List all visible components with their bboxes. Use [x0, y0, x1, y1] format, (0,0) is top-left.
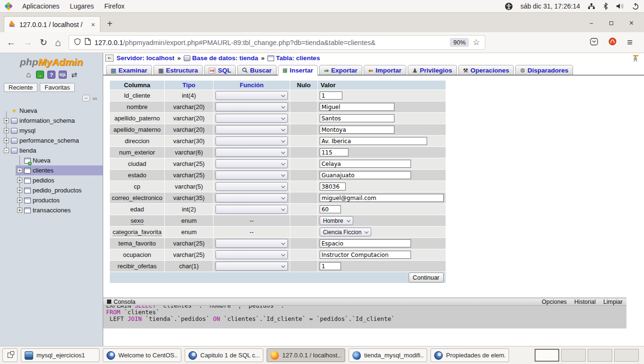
tree-item-nueva[interactable]: ✶Nueva [0, 106, 103, 116]
pma-back-icon[interactable]: ← [105, 55, 114, 62]
breadcrumb-item[interactable]: Base de datos: tienda [184, 55, 259, 62]
pma-logout-icon[interactable]: → [36, 71, 44, 79]
taskbar-window-button[interactable]: Propiedades de elem... [430, 348, 509, 362]
network-icon[interactable] [588, 2, 595, 10]
pma-sql-icon[interactable]: SQL [59, 71, 67, 79]
tab-estructura[interactable]: ▦Estructura [153, 65, 203, 75]
window-close-icon[interactable]: × [629, 19, 634, 27]
tree-item-productos[interactable]: +productos [0, 195, 103, 205]
tree-item-pedidos[interactable]: +pedidos [0, 175, 103, 185]
centos-logo-icon[interactable] [4, 2, 13, 10]
column-header-tipo[interactable]: Tipo [164, 81, 213, 90]
url-bar[interactable]: 127.0.0.1/phpmyadmin/export.php#PMAURL-8… [69, 35, 485, 50]
tab-examinar[interactable]: ▤Examinar [106, 65, 152, 75]
tab-sql[interactable]: sqlSQL [204, 65, 236, 75]
tab-insertar[interactable]: ⊞Insertar [278, 65, 318, 75]
console-sql-area[interactable]: EXPLAIN SELECT `clientes` . `nombre` , `… [103, 306, 626, 328]
value-input-apellido_paterno[interactable] [320, 114, 394, 122]
console-link-limpiar[interactable]: Limpiar [603, 299, 623, 305]
forward-icon[interactable]: → [23, 37, 32, 48]
value-input-num_exterior[interactable] [320, 148, 349, 156]
bluetooth-icon[interactable] [603, 2, 608, 10]
value-input-Id_cliente[interactable] [320, 91, 342, 100]
shield-icon[interactable] [74, 38, 81, 47]
back-icon[interactable]: ← [7, 37, 16, 48]
menu-icon[interactable]: ≡ [627, 37, 633, 48]
zoom-level-badge[interactable]: 90% [450, 38, 469, 47]
function-select[interactable] [215, 125, 288, 134]
expand-icon[interactable]: + [4, 138, 9, 143]
breadcrumb-item[interactable]: Tabla: clientes [268, 55, 320, 62]
function-select[interactable] [215, 114, 288, 123]
expand-icon[interactable]: + [17, 168, 22, 173]
top-menu-aplicaciones[interactable]: Aplicaciones [17, 2, 65, 10]
collapse-icon[interactable]: - [4, 148, 9, 153]
value-input-apellido_materno[interactable] [320, 126, 394, 134]
breadcrumb-item[interactable]: Servidor: localhost [116, 55, 174, 62]
tree-item-performance_schema[interactable]: +performance_schema [0, 136, 103, 146]
workspace-4[interactable] [614, 349, 639, 362]
workspace-2[interactable] [561, 349, 586, 362]
value-input-recibir_ofertas[interactable] [320, 262, 341, 270]
continuar-button[interactable]: Continuar [409, 273, 444, 282]
function-select[interactable] [215, 171, 288, 180]
collapse-all-icon[interactable]: − [82, 95, 90, 101]
page-info-icon[interactable] [85, 38, 91, 47]
show-desktop-button[interactable] [2, 348, 18, 362]
expand-icon[interactable]: + [4, 128, 9, 133]
window-minimize-icon[interactable]: − [589, 19, 593, 27]
tab-privilegios[interactable]: ♟Privilegios [408, 65, 457, 75]
tree-item-nueva[interactable]: Nueva [0, 155, 103, 165]
volume-icon[interactable] [616, 2, 624, 10]
console-link-historial[interactable]: Historial [574, 299, 596, 305]
taskbar-window-button[interactable]: Capitulo 1 de SQL c... [185, 348, 263, 362]
browser-tab[interactable]: PMA 127.0.0.1 / localhost / × [4, 16, 100, 32]
accessibility-icon[interactable] [505, 2, 513, 10]
function-select[interactable] [215, 136, 288, 146]
pma-refresh-icon[interactable]: ⇄ [70, 71, 78, 79]
column-header-función[interactable]: Función [213, 81, 290, 90]
value-input-direccion[interactable] [320, 137, 427, 145]
expand-icon[interactable]: + [17, 188, 22, 193]
new-tab-button[interactable]: + [100, 18, 119, 32]
value-input-ciudad[interactable] [320, 160, 411, 168]
function-select[interactable] [215, 102, 288, 111]
tab-exportar[interactable]: ⇒Exportar [319, 65, 362, 75]
tree-item-transacciones[interactable]: +transacciones [0, 205, 103, 215]
power-icon[interactable] [632, 2, 639, 10]
extension-icon[interactable] [608, 37, 617, 47]
link-with-main-icon[interactable]: ∞ [93, 95, 97, 102]
value-select-categoria_favorita[interactable]: Ciencia Ficcion [320, 228, 371, 237]
expand-icon[interactable]: + [17, 198, 22, 203]
clock[interactable]: sáb dic 31, 17:26:14 [520, 2, 580, 10]
top-menu-lugares[interactable]: Lugares [65, 2, 99, 10]
tab-buscar[interactable]: Buscar [237, 65, 277, 75]
taskbar-window-button[interactable]: 127.0.0.1 / localhost... [267, 348, 345, 362]
function-select[interactable] [215, 262, 288, 271]
top-menu-firefox[interactable]: Firefox [99, 2, 130, 10]
window-maximize-icon[interactable] [609, 21, 613, 25]
tab-operaciones[interactable]: ⚒Operaciones [458, 65, 514, 75]
workspace-1[interactable] [535, 349, 559, 362]
tree-item-tienda[interactable]: -tienda [0, 146, 103, 155]
reload-icon[interactable]: ↻ [40, 37, 47, 48]
sidebar-tab-favoritas[interactable]: Favoritas [40, 83, 74, 92]
taskbar-window-button[interactable]: mysql_ejercicios1 [21, 348, 99, 362]
bookmark-star-icon[interactable]: ☆ [473, 37, 480, 47]
value-input-ocupacion[interactable] [320, 251, 411, 259]
function-select[interactable] [215, 182, 288, 191]
expand-icon[interactable]: + [4, 118, 9, 123]
pma-help-icon[interactable]: ? [47, 71, 55, 79]
pocket-icon[interactable] [590, 38, 598, 47]
console-header[interactable]: Consola OpcionesHistorialLimpiar [103, 298, 626, 306]
value-input-correo_electronico[interactable] [320, 194, 444, 202]
function-select[interactable] [215, 159, 288, 168]
value-select-sexo[interactable]: Hombre [320, 216, 353, 225]
tree-item-information_schema[interactable]: +information_schema [0, 116, 103, 126]
value-input-edad[interactable] [320, 205, 341, 213]
value-input-nombre[interactable] [320, 103, 394, 111]
function-select[interactable] [215, 250, 288, 259]
taskbar-window-button[interactable]: Welcome to CentOS... [103, 348, 181, 362]
function-select[interactable] [215, 91, 288, 100]
expand-icon[interactable]: + [17, 208, 22, 213]
